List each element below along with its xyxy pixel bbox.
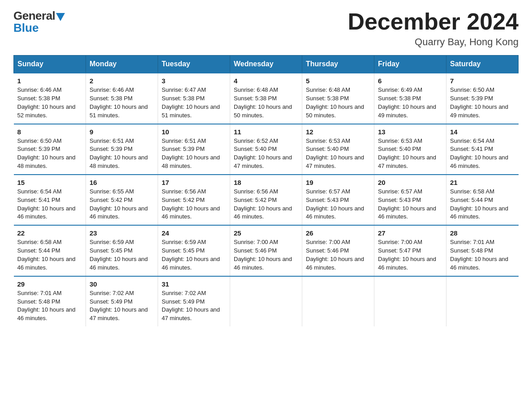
day-number: 8 <box>17 128 82 136</box>
day-number: 2 <box>90 77 154 85</box>
day-number: 21 <box>450 179 515 186</box>
day-info: Sunrise: 6:49 AMSunset: 5:38 PMDaylight:… <box>378 86 436 119</box>
logo-blue-text: Blue <box>13 21 39 35</box>
day-cell: 22Sunrise: 6:58 AMSunset: 5:44 PMDayligh… <box>14 225 86 276</box>
weekday-header-friday: Friday <box>374 56 446 73</box>
day-info: Sunrise: 6:58 AMSunset: 5:44 PMDaylight:… <box>450 188 508 220</box>
day-cell: 30Sunrise: 7:02 AMSunset: 5:49 PMDayligh… <box>86 276 158 326</box>
week-row-1: 1Sunrise: 6:46 AMSunset: 5:38 PMDaylight… <box>14 73 519 124</box>
day-number: 26 <box>306 229 370 237</box>
day-cell: 21Sunrise: 6:58 AMSunset: 5:44 PMDayligh… <box>446 175 519 225</box>
day-info: Sunrise: 6:48 AMSunset: 5:38 PMDaylight:… <box>306 86 364 119</box>
day-cell: 1Sunrise: 6:46 AMSunset: 5:38 PMDaylight… <box>14 73 86 124</box>
day-cell <box>230 276 302 326</box>
day-number: 18 <box>234 179 298 186</box>
day-info: Sunrise: 6:53 AMSunset: 5:40 PMDaylight:… <box>378 137 436 170</box>
day-number: 10 <box>162 128 226 136</box>
day-info: Sunrise: 6:46 AMSunset: 5:38 PMDaylight:… <box>17 86 76 119</box>
day-info: Sunrise: 6:50 AMSunset: 5:39 PMDaylight:… <box>450 86 508 119</box>
day-cell: 13Sunrise: 6:53 AMSunset: 5:40 PMDayligh… <box>374 124 446 175</box>
day-number: 6 <box>378 77 442 85</box>
day-cell: 4Sunrise: 6:48 AMSunset: 5:38 PMDaylight… <box>230 73 302 124</box>
day-cell <box>302 276 374 326</box>
day-number: 11 <box>234 128 298 136</box>
day-number: 12 <box>306 128 370 136</box>
week-row-2: 8Sunrise: 6:50 AMSunset: 5:39 PMDaylight… <box>14 124 519 175</box>
day-number: 1 <box>17 77 82 85</box>
day-cell: 26Sunrise: 7:00 AMSunset: 5:46 PMDayligh… <box>302 225 374 276</box>
day-cell: 14Sunrise: 6:54 AMSunset: 5:41 PMDayligh… <box>446 124 519 175</box>
day-info: Sunrise: 6:46 AMSunset: 5:38 PMDaylight:… <box>90 86 148 119</box>
day-cell: 23Sunrise: 6:59 AMSunset: 5:45 PMDayligh… <box>86 225 158 276</box>
weekday-header-saturday: Saturday <box>446 56 519 73</box>
day-cell: 12Sunrise: 6:53 AMSunset: 5:40 PMDayligh… <box>302 124 374 175</box>
title-block: December 2024 Quarry Bay, Hong Kong <box>348 9 519 48</box>
day-info: Sunrise: 7:00 AMSunset: 5:46 PMDaylight:… <box>306 239 364 271</box>
day-cell: 3Sunrise: 6:47 AMSunset: 5:38 PMDaylight… <box>158 73 230 124</box>
day-number: 25 <box>234 229 298 237</box>
day-info: Sunrise: 6:57 AMSunset: 5:43 PMDaylight:… <box>378 188 436 220</box>
day-info: Sunrise: 6:56 AMSunset: 5:42 PMDaylight:… <box>162 188 220 220</box>
day-cell <box>446 276 519 326</box>
day-cell: 20Sunrise: 6:57 AMSunset: 5:43 PMDayligh… <box>374 175 446 225</box>
day-cell: 24Sunrise: 6:59 AMSunset: 5:45 PMDayligh… <box>158 225 230 276</box>
day-info: Sunrise: 7:00 AMSunset: 5:47 PMDaylight:… <box>378 239 436 271</box>
weekday-header-tuesday: Tuesday <box>158 56 230 73</box>
weekday-header-monday: Monday <box>86 56 158 73</box>
logo-arrow-icon <box>56 13 65 21</box>
day-number: 7 <box>450 77 515 85</box>
day-cell: 6Sunrise: 6:49 AMSunset: 5:38 PMDaylight… <box>374 73 446 124</box>
day-cell: 25Sunrise: 7:00 AMSunset: 5:46 PMDayligh… <box>230 225 302 276</box>
day-number: 23 <box>90 229 154 237</box>
day-cell <box>374 276 446 326</box>
day-info: Sunrise: 6:59 AMSunset: 5:45 PMDaylight:… <box>90 239 148 271</box>
week-row-3: 15Sunrise: 6:54 AMSunset: 5:41 PMDayligh… <box>14 175 519 225</box>
week-row-5: 29Sunrise: 7:01 AMSunset: 5:48 PMDayligh… <box>14 276 519 326</box>
day-cell: 19Sunrise: 6:57 AMSunset: 5:43 PMDayligh… <box>302 175 374 225</box>
weekday-header-wednesday: Wednesday <box>230 56 302 73</box>
day-cell: 28Sunrise: 7:01 AMSunset: 5:48 PMDayligh… <box>446 225 519 276</box>
day-info: Sunrise: 6:55 AMSunset: 5:42 PMDaylight:… <box>90 188 148 220</box>
day-number: 5 <box>306 77 370 85</box>
day-info: Sunrise: 6:57 AMSunset: 5:43 PMDaylight:… <box>306 188 364 220</box>
page-header: General Blue December 2024 Quarry Bay, H… <box>13 9 519 48</box>
day-info: Sunrise: 6:58 AMSunset: 5:44 PMDaylight:… <box>17 239 76 271</box>
day-number: 31 <box>162 280 226 288</box>
day-number: 16 <box>90 179 154 186</box>
day-info: Sunrise: 6:56 AMSunset: 5:42 PMDaylight:… <box>234 188 292 220</box>
day-cell: 8Sunrise: 6:50 AMSunset: 5:39 PMDaylight… <box>14 124 86 175</box>
day-number: 20 <box>378 179 442 186</box>
weekday-header-sunday: Sunday <box>14 56 86 73</box>
day-cell: 11Sunrise: 6:52 AMSunset: 5:40 PMDayligh… <box>230 124 302 175</box>
day-number: 9 <box>90 128 154 136</box>
day-info: Sunrise: 7:01 AMSunset: 5:48 PMDaylight:… <box>450 239 508 271</box>
day-info: Sunrise: 6:52 AMSunset: 5:40 PMDaylight:… <box>234 137 292 170</box>
day-cell: 15Sunrise: 6:54 AMSunset: 5:41 PMDayligh… <box>14 175 86 225</box>
day-number: 22 <box>17 229 82 237</box>
day-number: 3 <box>162 77 226 85</box>
day-number: 17 <box>162 179 226 186</box>
day-info: Sunrise: 7:00 AMSunset: 5:46 PMDaylight:… <box>234 239 292 271</box>
day-info: Sunrise: 6:48 AMSunset: 5:38 PMDaylight:… <box>234 86 292 119</box>
location-subtitle: Quarry Bay, Hong Kong <box>348 36 519 48</box>
day-info: Sunrise: 7:02 AMSunset: 5:49 PMDaylight:… <box>90 290 148 322</box>
day-cell: 17Sunrise: 6:56 AMSunset: 5:42 PMDayligh… <box>158 175 230 225</box>
day-info: Sunrise: 7:01 AMSunset: 5:48 PMDaylight:… <box>17 290 76 322</box>
day-number: 15 <box>17 179 82 186</box>
day-info: Sunrise: 6:54 AMSunset: 5:41 PMDaylight:… <box>450 137 508 170</box>
day-info: Sunrise: 6:54 AMSunset: 5:41 PMDaylight:… <box>17 188 76 220</box>
day-cell: 16Sunrise: 6:55 AMSunset: 5:42 PMDayligh… <box>86 175 158 225</box>
day-number: 29 <box>17 280 82 288</box>
day-number: 27 <box>378 229 442 237</box>
day-cell: 18Sunrise: 6:56 AMSunset: 5:42 PMDayligh… <box>230 175 302 225</box>
day-info: Sunrise: 6:53 AMSunset: 5:40 PMDaylight:… <box>306 137 364 170</box>
calendar-table: SundayMondayTuesdayWednesdayThursdayFrid… <box>13 55 519 326</box>
logo: General Blue <box>13 9 65 35</box>
day-cell: 27Sunrise: 7:00 AMSunset: 5:47 PMDayligh… <box>374 225 446 276</box>
week-row-4: 22Sunrise: 6:58 AMSunset: 5:44 PMDayligh… <box>14 225 519 276</box>
day-number: 4 <box>234 77 298 85</box>
day-number: 13 <box>378 128 442 136</box>
day-cell: 29Sunrise: 7:01 AMSunset: 5:48 PMDayligh… <box>14 276 86 326</box>
day-cell: 7Sunrise: 6:50 AMSunset: 5:39 PMDaylight… <box>446 73 519 124</box>
day-info: Sunrise: 6:51 AMSunset: 5:39 PMDaylight:… <box>90 137 148 170</box>
